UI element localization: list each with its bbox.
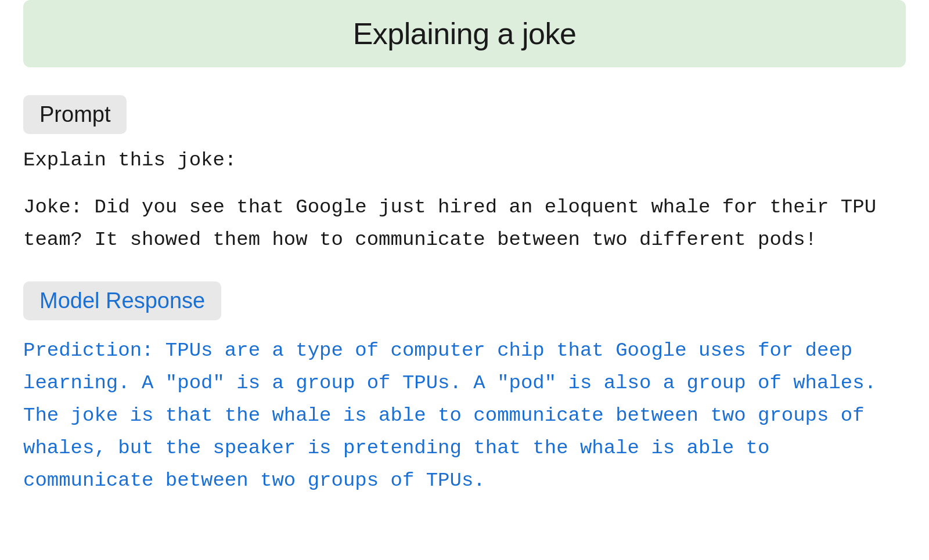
joke-text: Joke: Did you see that Google just hired… — [23, 191, 906, 256]
title-banner: Explaining a joke — [23, 0, 906, 67]
page-container: Explaining a joke Prompt Explain this jo… — [0, 0, 929, 560]
prompt-instruction: Explain this joke: — [23, 147, 906, 175]
page-title: Explaining a joke — [353, 17, 577, 50]
model-response-badge-label: Model Response — [39, 288, 205, 313]
prompt-badge: Prompt — [23, 95, 127, 134]
model-response-text: Prediction: TPUs are a type of computer … — [23, 334, 906, 497]
prompt-badge-label: Prompt — [39, 102, 110, 127]
model-response-badge: Model Response — [23, 281, 221, 320]
